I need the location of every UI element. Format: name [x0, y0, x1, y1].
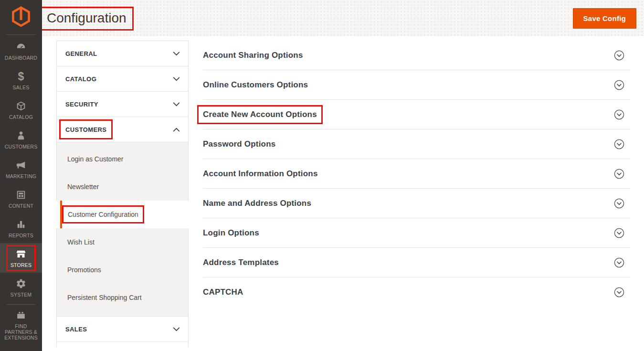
- accordion-row-create-new-account-options[interactable]: Create New Account Options: [203, 100, 630, 129]
- config-nav-section-general[interactable]: GENERAL: [56, 41, 189, 66]
- config-nav-item-wish-list[interactable]: Wish List: [57, 228, 188, 256]
- sidebar-item-content[interactable]: CONTENT: [0, 184, 42, 213]
- expand-chevron-circle-icon[interactable]: [614, 198, 624, 209]
- sidebar-divider: [6, 34, 36, 35]
- chevron-down-icon: [173, 52, 180, 56]
- sidebar-item-label: DASHBOARD: [5, 55, 37, 61]
- sidebar-item-label: CATALOG: [9, 114, 33, 120]
- marketing-megaphone-icon: [15, 160, 27, 171]
- config-nav-section-catalog[interactable]: CATALOG: [56, 66, 189, 92]
- accordion-title: Password Options: [203, 139, 275, 149]
- page-header: Configuration Save Config: [42, 0, 644, 36]
- annotation-box-customer-configuration: Customer Configuration: [62, 205, 144, 223]
- section-label: SALES: [65, 326, 87, 333]
- config-nav-item-login-as-customer[interactable]: Login as Customer: [57, 145, 188, 173]
- sidebar-item-reports[interactable]: REPORTS: [0, 213, 42, 243]
- annotation-box-customers: CUSTOMERS: [59, 119, 113, 139]
- expand-chevron-circle-icon[interactable]: [614, 139, 624, 149]
- magento-logo-icon: [10, 6, 32, 29]
- nav-item-label: Wish List: [67, 238, 95, 246]
- accordion-title: CAPTCHA: [203, 287, 243, 297]
- sidebar-item-label: SALES: [13, 85, 30, 90]
- annotation-box-stores: STORES: [6, 245, 36, 271]
- accordion-title: Online Customers Options: [203, 80, 308, 90]
- sidebar-item-sales[interactable]: SALES: [0, 65, 42, 95]
- accordion-row-captcha[interactable]: CAPTCHA: [203, 277, 630, 307]
- chevron-up-icon: [173, 128, 180, 132]
- sidebar-item-catalog[interactable]: CATALOG: [0, 95, 42, 125]
- nav-item-label: Promotions: [67, 266, 101, 274]
- customers-person-icon: [15, 130, 27, 141]
- section-label: CUSTOMERS: [65, 126, 106, 133]
- section-label: CATALOG: [65, 75, 96, 83]
- sidebar-item-system[interactable]: SYSTEM: [0, 273, 42, 302]
- sidebar-item-label: REPORTS: [9, 233, 33, 238]
- config-nav-section-customers[interactable]: CUSTOMERS: [56, 117, 189, 142]
- stores-storefront-icon: [15, 248, 27, 260]
- chevron-down-icon: [173, 102, 180, 106]
- expand-chevron-circle-icon[interactable]: [614, 109, 624, 120]
- config-nav-item-promotions[interactable]: Promotions: [57, 256, 188, 284]
- accordion-row-account-sharing-options[interactable]: Account Sharing Options: [203, 41, 630, 70]
- expand-chevron-circle-icon[interactable]: [614, 169, 624, 179]
- sidebar-item-label: CONTENT: [9, 203, 33, 209]
- dashboard-icon: [15, 41, 27, 53]
- sidebar-item-marketing[interactable]: MARKETING: [0, 154, 42, 184]
- accordion-row-password-options[interactable]: Password Options: [203, 129, 630, 159]
- expand-chevron-circle-icon[interactable]: [614, 287, 624, 298]
- config-nav-section-partial: [56, 341, 189, 347]
- accordion-row-login-options[interactable]: Login Options: [203, 218, 630, 248]
- nav-item-label: Customer Configuration: [68, 211, 138, 218]
- accordion-row-online-customers-options[interactable]: Online Customers Options: [203, 70, 630, 100]
- sidebar-item-label: CUSTOMERS: [5, 144, 38, 149]
- reports-barchart-icon: [15, 219, 27, 230]
- content-layout-icon: [15, 189, 27, 201]
- accordion-row-account-information-options[interactable]: Account Information Options: [203, 159, 630, 189]
- lego-brick-icon: [15, 309, 27, 321]
- sidebar-item-label: MARKETING: [6, 173, 36, 179]
- config-nav-item-persistent-shopping-cart[interactable]: Persistent Shopping Cart: [57, 284, 188, 311]
- sidebar-item-stores[interactable]: STORES: [0, 243, 42, 273]
- system-gear-icon: [15, 278, 27, 289]
- expand-chevron-circle-icon[interactable]: [614, 50, 624, 61]
- accordion-title: Address Templates: [203, 258, 279, 267]
- accordion-title: Account Sharing Options: [203, 51, 303, 60]
- magento-logo[interactable]: [0, 0, 42, 34]
- accordion-title: Account Information Options: [203, 169, 318, 179]
- annotation-box-configuration: Configuration: [40, 7, 134, 31]
- config-nav-item-newsletter[interactable]: Newsletter: [57, 173, 188, 201]
- annotation-box-create-new-account-options: Create New Account Options: [197, 105, 323, 124]
- accordion-title: Create New Account Options: [203, 110, 317, 119]
- chevron-down-icon: [173, 327, 180, 331]
- expand-chevron-circle-icon[interactable]: [614, 228, 624, 238]
- section-label: SECURITY: [65, 101, 98, 108]
- nav-item-label: Login as Customer: [67, 155, 124, 163]
- expand-chevron-circle-icon[interactable]: [614, 257, 624, 268]
- catalog-box-icon: [15, 100, 27, 112]
- page-title: Configuration: [47, 11, 127, 26]
- sidebar-item-label: SYSTEM: [11, 292, 32, 298]
- sidebar-item-dashboard[interactable]: DASHBOARD: [0, 36, 42, 65]
- sales-dollar-icon: [15, 71, 27, 82]
- accordion-row-address-templates[interactable]: Address Templates: [203, 248, 630, 277]
- accordion-row-name-and-address-options[interactable]: Name and Address Options: [203, 189, 630, 218]
- save-config-button[interactable]: Save Config: [573, 8, 636, 29]
- accordion-title: Name and Address Options: [203, 199, 311, 208]
- sidebar-divider: [6, 304, 36, 305]
- nav-item-label: Persistent Shopping Cart: [67, 294, 142, 301]
- config-nav-customers-submenu: Login as Customer Newsletter Customer Co…: [56, 142, 189, 317]
- section-label: GENERAL: [65, 50, 97, 57]
- sidebar-item-label: FIND PARTNERS & EXTENSIONS: [2, 323, 40, 340]
- config-nav-section-sales[interactable]: SALES: [56, 316, 189, 342]
- config-nav-section-security[interactable]: SECURITY: [56, 91, 189, 117]
- config-nav-item-customer-configuration[interactable]: Customer Configuration: [56, 201, 189, 228]
- sidebar-item-customers[interactable]: CUSTOMERS: [0, 125, 42, 154]
- sidebar-item-find-partners[interactable]: FIND PARTNERS & EXTENSIONS: [0, 307, 42, 343]
- config-nav: GENERAL CATALOG SECURITY CUSTOMERS Login…: [56, 41, 189, 347]
- expand-chevron-circle-icon[interactable]: [614, 80, 624, 90]
- nav-item-label: Newsletter: [67, 183, 99, 191]
- app-sidebar: DASHBOARD SALES CATALOG CUSTOMERS MARKET…: [0, 0, 42, 351]
- chevron-down-icon: [173, 77, 180, 81]
- config-sections: Account Sharing Options Online Customers…: [203, 41, 630, 307]
- accordion-title: Login Options: [203, 228, 259, 238]
